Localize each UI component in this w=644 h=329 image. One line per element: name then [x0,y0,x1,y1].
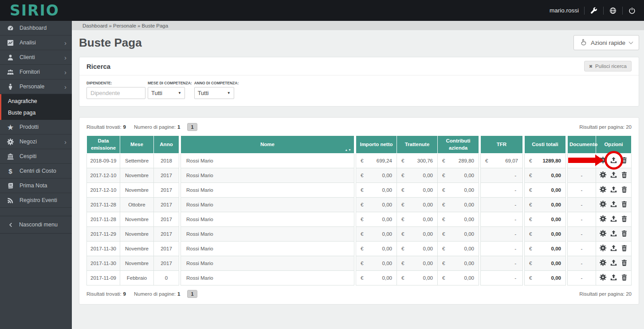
row-delete-button[interactable] [621,215,628,222]
sidebar-item-label: Dashboard [20,25,47,31]
page-1-button[interactable]: 1 [187,290,197,298]
upload-icon [610,215,617,222]
trash-icon [621,157,628,163]
row-upload-button[interactable] [610,186,617,193]
page-1-button[interactable]: 1 [187,123,197,131]
sidebar-item-prima-nota[interactable]: Prima Nota [0,178,72,193]
row-settings-button[interactable] [600,186,607,193]
sidebar-gap [0,208,72,216]
sidebar-item-label: Registro Eventi [20,197,57,203]
col-header-data-emissione: Data emissione [87,136,120,154]
cell-documento [568,154,596,168]
row-delete-button[interactable] [621,186,628,193]
row-settings-button[interactable] [600,215,607,222]
sidebar-item-fornitori[interactable]: Fornitori› [0,65,72,79]
cell-trattenute: €300,76 [397,154,438,168]
wrench-icon[interactable] [590,7,598,15]
cell-opzioni [596,227,632,242]
row-upload-button[interactable] [610,157,617,164]
per-page-value: 20 [626,124,632,130]
username[interactable]: mario.rossi [550,7,579,14]
sidebar-subitem-anagrafiche[interactable]: Anagrafiche [1,95,72,107]
page-title: Buste Paga [79,36,142,50]
cell-mese: Novembre [120,183,154,198]
upload-icon [610,201,617,207]
row-upload-button[interactable] [610,201,617,208]
col-header-nome[interactable]: Nome▲▼ [181,136,354,154]
cell-data-emissione: 2017-11-09 [87,271,120,285]
cell-nome: Rossi Mario [181,183,354,198]
close-icon: ✖ [589,64,593,69]
cell-documento: - [568,271,596,285]
sidebar-item-personale[interactable]: Personale› [0,79,72,94]
employee-input[interactable] [86,87,145,99]
cell-nome: Rossi Mario [181,154,354,168]
collapse-menu-button[interactable]: Nascondi menu [0,216,72,234]
sidebar-item-analisi[interactable]: Analisi› [0,36,72,50]
gear-icon [600,157,606,163]
cell-tfr: - [481,227,523,242]
trash-icon [621,215,628,222]
breadcrumb-text[interactable]: Dashboard » Personale » Buste Paga [82,23,168,28]
power-icon[interactable] [628,7,636,15]
star-icon: ★ [8,124,13,131]
row-delete-button[interactable] [621,274,628,281]
sidebar-item-cespiti[interactable]: Cespiti [0,149,72,164]
sort-icons[interactable]: ▲▼ [345,148,352,152]
results-panel: Risultati trovati:9 Numero di pagine:1 1… [79,117,639,305]
trash-icon [621,245,628,251]
collapse-menu-label: Nascondi menu [19,222,58,228]
sidebar-item-prodotti[interactable]: ★Prodotti [0,120,72,135]
sidebar-item-centri-di-costo[interactable]: $Centri di Costo [0,164,72,178]
row-delete-button[interactable] [621,245,628,252]
cell-documento: - [568,212,596,227]
sidebar-item-registro-eventi[interactable]: Registro Eventi [0,193,72,208]
row-settings-button[interactable] [600,230,607,237]
cell-tfr: - [481,256,523,271]
quick-actions-button[interactable]: Azioni rapide [573,35,639,50]
dropdown-arrow-icon: ▼ [227,91,231,95]
topbar: SIRIO mario.rossi [0,0,644,21]
results-info-bottom: Risultati trovati:9 Numero di pagine:1 1… [86,290,632,298]
sidebar-subitem-buste-paga[interactable]: Buste paga [1,107,72,119]
cell-trattenute: €0,00 [397,256,438,271]
row-upload-button[interactable] [610,215,617,222]
globe-icon[interactable] [609,7,617,15]
row-delete-button[interactable] [621,259,628,266]
row-settings-button[interactable] [600,157,607,164]
row-settings-button[interactable] [600,274,607,281]
row-upload-button[interactable] [610,230,617,237]
row-upload-button[interactable] [610,171,617,178]
row-delete-button[interactable] [621,171,628,178]
row-delete-button[interactable] [621,157,628,164]
sidebar-item-label: Negozi [20,139,37,145]
row-settings-button[interactable] [600,245,607,252]
row-upload-button[interactable] [610,274,617,281]
trash-icon [621,201,628,207]
clear-search-button[interactable]: ✖ Pulisci ricerca [584,61,632,71]
per-page-value: 20 [626,291,632,297]
row-settings-button[interactable] [600,171,607,178]
row-delete-button[interactable] [621,230,628,237]
col-header-contributi-azienda: Contributi azienda [438,136,479,154]
cell-mese: Febbraio [120,271,154,285]
month-select[interactable]: Tutti ▼ [148,87,185,99]
row-delete-button[interactable] [621,201,628,208]
sidebar-item-dashboard[interactable]: Dashboard [0,21,72,36]
cell-documento: - [568,168,596,183]
row-upload-button[interactable] [610,259,617,266]
sidebar-item-negozi[interactable]: Negozi› [0,135,72,149]
chevron-right-icon: › [64,40,67,46]
sidebar: DashboardAnalisi›Clienti›Fornitori›Perso… [0,21,72,329]
cell-tfr: - [481,271,523,285]
row-settings-button[interactable] [600,201,607,208]
dashboard-icon [7,25,14,32]
employee-label: DIPENDENTE: [86,81,145,85]
year-select[interactable]: Tutti ▼ [194,87,234,99]
sidebar-item-clienti[interactable]: Clienti› [0,50,72,65]
row-settings-button[interactable] [600,259,607,266]
row-upload-button[interactable] [610,245,617,252]
upload-icon [610,274,617,281]
sirio-logo[interactable]: SIRIO [10,3,59,18]
per-page-label: Risultati per pagina: [579,124,624,130]
